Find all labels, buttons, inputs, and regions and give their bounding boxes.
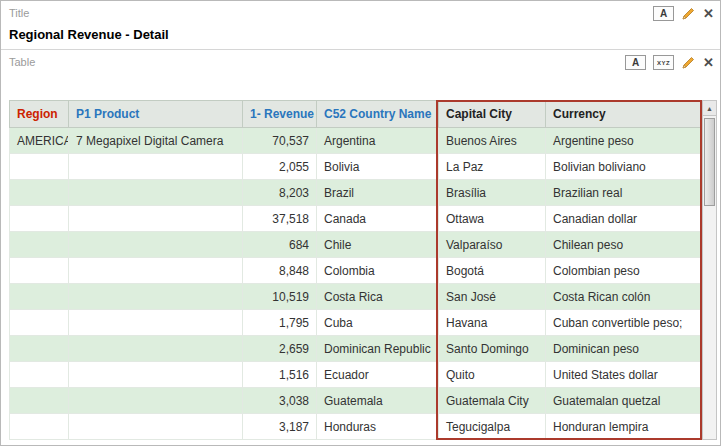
format-title-icon[interactable]: A — [653, 6, 674, 21]
cell-revenue: 1,516 — [243, 362, 317, 388]
remove-table-icon[interactable]: ✕ — [703, 55, 714, 70]
cell-product — [69, 388, 243, 414]
cell-revenue: 37,518 — [243, 206, 317, 232]
cell-capital: Guatemala City — [439, 388, 546, 414]
cell-product — [69, 258, 243, 284]
table-body: AMERICAS7 Megapixel Digital Camera70,537… — [10, 128, 702, 440]
cell-revenue: 8,848 — [243, 258, 317, 284]
table-view-toolbar: A XYZ ✕ — [625, 55, 714, 70]
report-title: Regional Revenue - Detail — [1, 21, 720, 42]
table-view-header: Table A XYZ ✕ — [1, 50, 720, 70]
cell-currency: Costa Rican colón — [546, 284, 702, 310]
table-row: 2,055BoliviaLa PazBolivian boliviano — [10, 154, 702, 180]
cell-product — [69, 336, 243, 362]
cell-country[interactable]: Honduras — [317, 414, 439, 440]
cell-capital: Valparaíso — [439, 232, 546, 258]
cell-capital: Ottawa — [439, 206, 546, 232]
cell-region — [10, 388, 69, 414]
edit-title-pencil-icon[interactable] — [681, 6, 696, 21]
column-header-revenue[interactable]: 1- Revenue — [243, 101, 317, 128]
table-row: 684ChileValparaísoChilean peso — [10, 232, 702, 258]
vertical-scrollbar[interactable]: ▲ — [702, 100, 717, 440]
cell-product — [69, 154, 243, 180]
cell-capital: Buenos Aires — [439, 128, 546, 154]
cell-country[interactable]: Canada — [317, 206, 439, 232]
cell-country[interactable]: Colombia — [317, 258, 439, 284]
table-row: 8,203BrazilBrasíliaBrazilian real — [10, 180, 702, 206]
title-view-label: Title — [9, 6, 29, 21]
cell-capital: Quito — [439, 362, 546, 388]
cell-revenue: 1,795 — [243, 310, 317, 336]
column-header-capital[interactable]: Capital City — [439, 101, 546, 128]
cell-country[interactable]: Cuba — [317, 310, 439, 336]
cell-capital: Santo Domingo — [439, 336, 546, 362]
cell-country[interactable]: Chile — [317, 232, 439, 258]
edit-table-pencil-icon[interactable] — [681, 55, 696, 70]
cell-region — [10, 336, 69, 362]
cell-product — [69, 414, 243, 440]
column-header-product[interactable]: P1 Product — [69, 101, 243, 128]
cell-revenue: 8,203 — [243, 180, 317, 206]
cell-capital: Havana — [439, 310, 546, 336]
table-header-row: RegionP1 Product1- RevenueC52 Country Na… — [10, 101, 702, 128]
cell-country[interactable]: Bolivia — [317, 154, 439, 180]
cell-product — [69, 180, 243, 206]
title-view-header: Title A ✕ — [1, 1, 720, 21]
cell-region — [10, 180, 69, 206]
cell-currency: Colombian peso — [546, 258, 702, 284]
scroll-up-button[interactable]: ▲ — [703, 101, 716, 116]
cell-region — [10, 414, 69, 440]
column-header-country[interactable]: C52 Country Name — [317, 101, 439, 128]
cell-region — [10, 258, 69, 284]
table-row: 2,659Dominican RepublicSanto DomingoDomi… — [10, 336, 702, 362]
table-row: 1,795CubaHavanaCuban convertible peso; — [10, 310, 702, 336]
cell-capital: La Paz — [439, 154, 546, 180]
cell-revenue: 2,055 — [243, 154, 317, 180]
cell-capital: San José — [439, 284, 546, 310]
cell-region — [10, 362, 69, 388]
cell-region — [10, 232, 69, 258]
results-table: RegionP1 Product1- RevenueC52 Country Na… — [9, 100, 702, 440]
cell-country[interactable]: Dominican Republic — [317, 336, 439, 362]
table-head: RegionP1 Product1- RevenueC52 Country Na… — [10, 101, 702, 128]
cell-country[interactable]: Ecuador — [317, 362, 439, 388]
cell-country[interactable]: Argentina — [317, 128, 439, 154]
table-view-label: Table — [9, 55, 35, 70]
cell-currency: Dominican peso — [546, 336, 702, 362]
title-view-toolbar: A ✕ — [653, 6, 714, 21]
cell-product — [69, 232, 243, 258]
analysis-layout: Title A ✕ Regional Revenue - Detail Tabl… — [0, 0, 721, 446]
format-values-icon[interactable]: XYZ — [653, 55, 674, 70]
cell-revenue: 2,659 — [243, 336, 317, 362]
cell-currency: Guatemalan quetzal — [546, 388, 702, 414]
scrollbar-thumb[interactable] — [704, 118, 715, 206]
cell-currency: Bolivian boliviano — [546, 154, 702, 180]
cell-country[interactable]: Brazil — [317, 180, 439, 206]
cell-region — [10, 206, 69, 232]
cell-revenue: 3,187 — [243, 414, 317, 440]
cell-currency: United States dollar — [546, 362, 702, 388]
cell-capital: Brasília — [439, 180, 546, 206]
cell-currency: Canadian dollar — [546, 206, 702, 232]
format-table-icon[interactable]: A — [625, 55, 646, 70]
column-header-currency[interactable]: Currency — [546, 101, 702, 128]
table-row: 3,187HondurasTegucigalpaHonduran lempira — [10, 414, 702, 440]
cell-capital: Tegucigalpa — [439, 414, 546, 440]
cell-revenue: 70,537 — [243, 128, 317, 154]
cell-currency: Brazilian real — [546, 180, 702, 206]
cell-country[interactable]: Guatemala — [317, 388, 439, 414]
cell-country[interactable]: Costa Rica — [317, 284, 439, 310]
cell-product — [69, 310, 243, 336]
table-row: 10,519Costa RicaSan JoséCosta Rican coló… — [10, 284, 702, 310]
cell-product[interactable]: 7 Megapixel Digital Camera — [69, 128, 243, 154]
column-header-region[interactable]: Region — [10, 101, 69, 128]
up-arrow-icon: ▲ — [706, 105, 713, 112]
table-row: AMERICAS7 Megapixel Digital Camera70,537… — [10, 128, 702, 154]
remove-title-icon[interactable]: ✕ — [703, 6, 714, 21]
cell-region[interactable]: AMERICAS — [10, 128, 69, 154]
cell-revenue: 3,038 — [243, 388, 317, 414]
cell-product — [69, 362, 243, 388]
cell-currency: Honduran lempira — [546, 414, 702, 440]
cell-revenue: 684 — [243, 232, 317, 258]
cell-product — [69, 206, 243, 232]
